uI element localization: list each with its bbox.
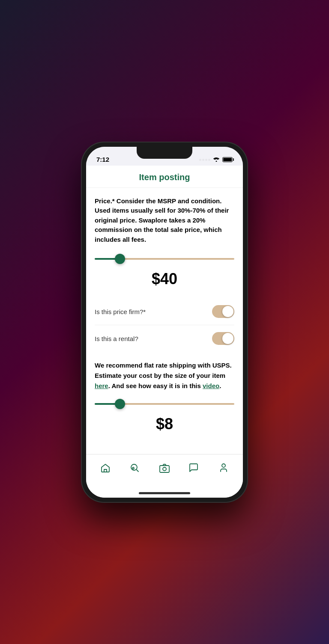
shipping-text-1: We recommend flat rate shipping with USP…: [95, 362, 232, 379]
price-slider-container[interactable]: [95, 255, 234, 263]
shipping-description: We recommend flat rate shipping with USP…: [95, 360, 234, 391]
messages-icon: [188, 462, 200, 474]
content-area: Item posting Price.* Consider the MSRP a…: [86, 166, 243, 498]
shipping-section: We recommend flat rate shipping with USP…: [95, 360, 234, 433]
firm-price-knob: [222, 306, 233, 317]
tab-messages[interactable]: [179, 462, 209, 474]
rental-row: Is this a rental?: [95, 325, 234, 352]
shipping-slider-thumb[interactable]: [115, 399, 125, 409]
video-link[interactable]: video: [203, 382, 219, 389]
signal-icon: [199, 159, 210, 161]
shipping-text-2: . And see how easy it is in this: [108, 382, 203, 389]
price-slider-track: [95, 258, 234, 260]
camera-icon: [159, 462, 170, 474]
svg-point-3: [163, 467, 166, 471]
phone-frame: 7:12: [81, 142, 248, 503]
price-value: $40: [95, 270, 234, 288]
tab-profile[interactable]: [209, 462, 239, 474]
price-description: Price.* Consider the MSRP and condition.…: [95, 196, 234, 245]
notch: [137, 147, 192, 159]
rental-toggle[interactable]: [212, 332, 234, 345]
home-icon: [99, 462, 111, 474]
home-bar: [139, 492, 190, 494]
tab-home[interactable]: [90, 462, 120, 474]
status-time: 7:12: [96, 156, 109, 163]
wifi-icon: [213, 157, 220, 163]
shipping-text-3: .: [219, 382, 221, 389]
svg-point-4: [222, 464, 225, 467]
search-icon: [129, 462, 141, 474]
home-indicator: [86, 489, 243, 498]
price-slider-thumb[interactable]: [115, 254, 125, 264]
firm-price-label: Is this price firm?*: [95, 308, 146, 315]
firm-price-row: Is this price firm?*: [95, 298, 234, 325]
tab-search[interactable]: [120, 462, 150, 474]
firm-price-toggle[interactable]: [212, 305, 234, 318]
here-link[interactable]: here: [95, 382, 108, 389]
shipping-slider-track: [95, 403, 234, 405]
battery-icon: [222, 157, 233, 162]
shipping-value: $8: [95, 415, 234, 433]
profile-icon: [218, 462, 230, 474]
tab-camera[interactable]: [150, 462, 179, 474]
svg-rect-2: [160, 466, 169, 472]
page-title: Item posting: [95, 172, 234, 182]
rental-knob: [222, 333, 233, 344]
rental-label: Is this a rental?: [95, 335, 138, 342]
status-icons: [199, 157, 233, 163]
svg-point-1: [132, 467, 134, 469]
tab-bar: [86, 454, 243, 489]
page-header: Item posting: [86, 166, 243, 188]
scroll-content: Price.* Consider the MSRP and condition.…: [86, 188, 243, 454]
shipping-slider-container[interactable]: [95, 400, 234, 408]
phone-screen: 7:12: [86, 147, 243, 498]
